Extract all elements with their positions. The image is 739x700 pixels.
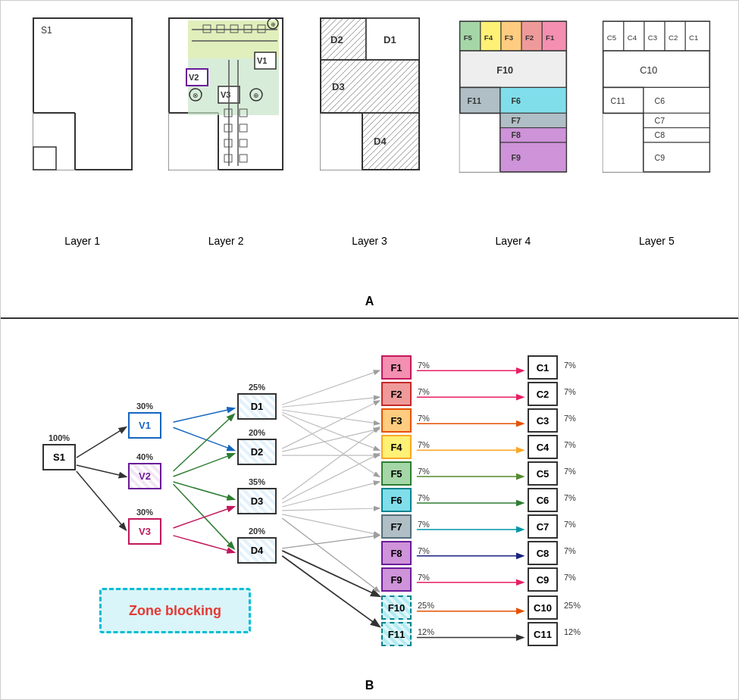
svg-rect-36 bbox=[224, 155, 232, 162]
node-c10: C10 bbox=[528, 595, 558, 620]
svg-line-116 bbox=[174, 536, 234, 552]
node-d1: 25% D1 bbox=[237, 393, 277, 420]
c2-label: C2 bbox=[537, 389, 550, 400]
section-b-content: 100% S1 30% V1 40% V2 30% V3 25% D1 bbox=[8, 323, 731, 676]
svg-text:F9: F9 bbox=[512, 153, 521, 162]
svg-rect-40 bbox=[240, 155, 247, 162]
main-container: S1 Layer 1 bbox=[0, 0, 739, 700]
c8-pct: 7% bbox=[564, 546, 576, 555]
svg-text:F11: F11 bbox=[467, 96, 481, 105]
svg-line-109 bbox=[174, 408, 234, 422]
layer5-container: C5 C4 C3 C2 C1 C10 C11 bbox=[589, 11, 725, 247]
v2-pct: 40% bbox=[136, 452, 153, 461]
layer4-label: Layer 4 bbox=[496, 235, 531, 247]
svg-rect-55 bbox=[460, 113, 500, 171]
svg-line-118 bbox=[282, 397, 379, 407]
svg-rect-76 bbox=[500, 128, 566, 142]
svg-text:C6: C6 bbox=[655, 96, 665, 105]
c1-pct: 7% bbox=[564, 361, 576, 370]
f9-pct: 7% bbox=[418, 573, 430, 582]
node-f11: F11 bbox=[381, 622, 412, 646]
node-f8: F8 bbox=[381, 541, 412, 565]
svg-text:F10: F10 bbox=[496, 65, 513, 76]
node-c7: C7 bbox=[528, 514, 558, 539]
layer3-label: Layer 3 bbox=[352, 235, 387, 247]
node-f2: F2 bbox=[381, 382, 412, 406]
svg-text:F7: F7 bbox=[512, 116, 521, 125]
svg-text:C11: C11 bbox=[611, 96, 626, 105]
layer2-svg: V1 V2 ⊕ V3 ⊗ ⊕ bbox=[165, 11, 287, 230]
svg-line-112 bbox=[174, 454, 234, 477]
f1-label: F1 bbox=[390, 362, 402, 373]
svg-rect-39 bbox=[240, 139, 247, 147]
node-c6: C6 bbox=[528, 488, 558, 512]
svg-text:D4: D4 bbox=[374, 136, 387, 147]
node-c9: C9 bbox=[528, 567, 558, 592]
d2-pct: 20% bbox=[249, 428, 265, 437]
c10-label: C10 bbox=[534, 602, 552, 614]
svg-line-114 bbox=[174, 484, 234, 548]
svg-text:F8: F8 bbox=[512, 130, 521, 139]
f11-label: F11 bbox=[388, 629, 405, 640]
node-c11: C11 bbox=[528, 622, 558, 646]
svg-text:F6: F6 bbox=[512, 96, 521, 105]
svg-line-111 bbox=[174, 414, 234, 471]
node-v2: 40% V2 bbox=[128, 463, 161, 489]
s1-pct: 100% bbox=[49, 433, 70, 442]
svg-rect-104 bbox=[643, 142, 709, 172]
d3-pct: 35% bbox=[249, 477, 265, 486]
svg-line-121 bbox=[282, 414, 379, 477]
d4-label: D4 bbox=[251, 545, 264, 556]
d1-pct: 25% bbox=[249, 383, 265, 392]
svg-text:F1: F1 bbox=[546, 33, 555, 42]
svg-line-125 bbox=[282, 427, 379, 499]
f4-pct: 7% bbox=[418, 440, 430, 449]
svg-text:F4: F4 bbox=[484, 33, 493, 42]
svg-line-113 bbox=[174, 482, 234, 499]
f2-pct: 7% bbox=[418, 387, 430, 396]
svg-rect-68 bbox=[460, 51, 566, 87]
f7-label: F7 bbox=[390, 521, 402, 533]
f10-pct: 25% bbox=[418, 601, 434, 610]
svg-text:S1: S1 bbox=[41, 25, 52, 36]
c9-label: C9 bbox=[537, 574, 550, 586]
svg-rect-35 bbox=[224, 139, 232, 147]
v3-pct: 30% bbox=[136, 508, 153, 517]
node-c5: C5 bbox=[528, 461, 558, 486]
svg-rect-102 bbox=[643, 128, 709, 142]
f8-label: F8 bbox=[390, 548, 402, 559]
svg-line-131 bbox=[282, 556, 379, 627]
svg-text:C1: C1 bbox=[689, 33, 698, 42]
svg-text:C8: C8 bbox=[655, 130, 665, 139]
c2-pct: 7% bbox=[564, 387, 576, 396]
svg-text:C2: C2 bbox=[669, 33, 678, 42]
node-f9: F9 bbox=[381, 567, 412, 592]
v3-label: V3 bbox=[139, 526, 151, 537]
f5-pct: 7% bbox=[418, 467, 430, 476]
c4-label: C4 bbox=[537, 442, 550, 453]
svg-rect-1 bbox=[33, 113, 75, 170]
section-a-label: A bbox=[7, 292, 732, 311]
svg-text:⊗: ⊗ bbox=[193, 92, 199, 99]
c4-pct: 7% bbox=[564, 440, 576, 449]
f9-label: F9 bbox=[390, 574, 402, 586]
svg-rect-51 bbox=[362, 113, 419, 170]
zone-blocking-label: Zone blocking bbox=[129, 603, 221, 619]
section-a: S1 Layer 1 bbox=[1, 1, 738, 319]
d3-label: D3 bbox=[251, 495, 264, 507]
svg-line-117 bbox=[282, 370, 379, 405]
node-f5: F5 bbox=[381, 461, 412, 486]
c1-label: C1 bbox=[537, 362, 550, 373]
node-f7: F7 bbox=[381, 514, 412, 539]
node-f1: F1 bbox=[381, 355, 412, 380]
svg-text:D1: D1 bbox=[384, 34, 396, 45]
s1-label: S1 bbox=[53, 452, 65, 463]
v1-label: V1 bbox=[139, 420, 151, 431]
f10-label: F10 bbox=[388, 602, 405, 614]
c8-label: C8 bbox=[537, 548, 550, 559]
v2-label: V2 bbox=[139, 470, 151, 482]
f6-label: F6 bbox=[390, 495, 402, 506]
svg-rect-74 bbox=[500, 113, 566, 127]
layer2-container: V1 V2 ⊕ V3 ⊗ ⊕ bbox=[158, 11, 293, 247]
svg-line-133 bbox=[282, 536, 379, 548]
